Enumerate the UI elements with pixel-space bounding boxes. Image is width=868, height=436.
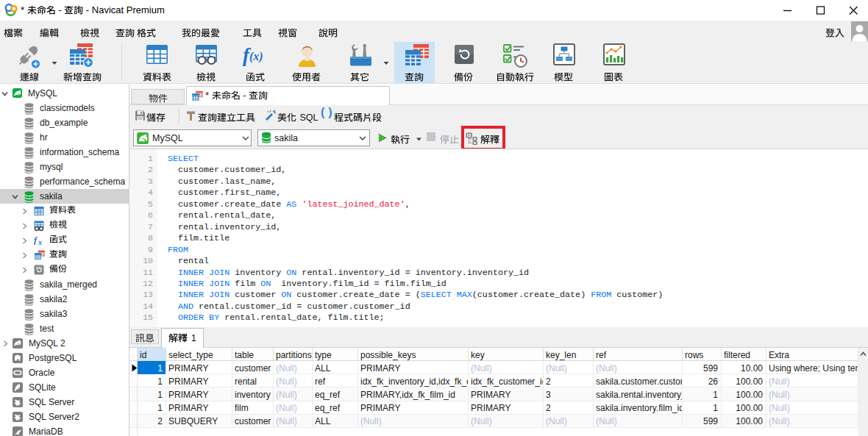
svg-text:x: x — [38, 238, 42, 246]
svg-text:f: f — [34, 235, 38, 245]
